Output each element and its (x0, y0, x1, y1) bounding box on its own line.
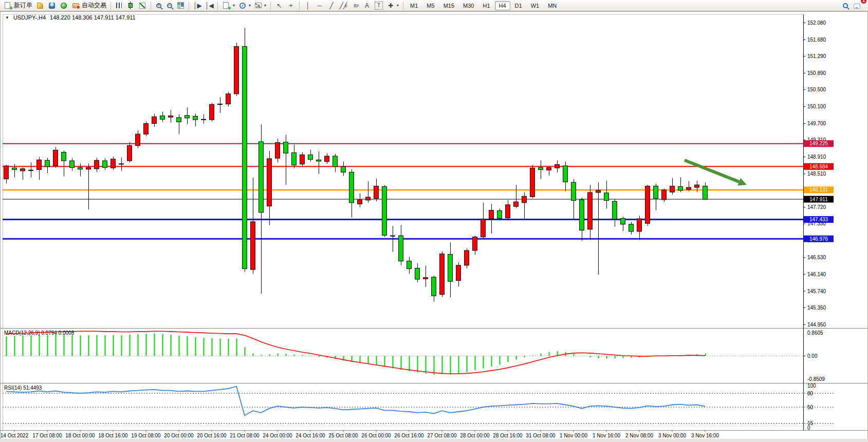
time-label: 18 Oct 00:00 (65, 433, 95, 438)
tile-windows-button[interactable] (175, 1, 186, 11)
svg-text:144.950: 144.950 (807, 322, 826, 328)
time-label: 3 Nov 16:00 (691, 433, 719, 438)
candle-body (415, 268, 420, 279)
candle-body (86, 167, 91, 169)
candle-body (695, 185, 699, 187)
candle-body (440, 254, 445, 295)
indicators-button[interactable]: ▾ (253, 1, 268, 11)
zoom-in-icon (156, 3, 161, 8)
globe-signal-icon (61, 3, 67, 9)
triangle-down-icon[interactable]: ▼ (5, 15, 9, 20)
new-order-button[interactable]: 新订单 (2, 1, 34, 11)
chevron-down-icon: ▾ (397, 3, 399, 8)
chart-shift-button[interactable]: │◀ (204, 1, 215, 11)
signals-button[interactable] (58, 1, 69, 11)
periods-button[interactable]: ▾ (237, 1, 252, 11)
candle-body (193, 117, 198, 120)
candle-body (374, 186, 379, 199)
timeframe-m1-button[interactable]: M1 (406, 1, 422, 10)
candle-body (580, 200, 584, 230)
timeframe-m30-button[interactable]: M30 (459, 1, 478, 10)
time-label: 27 Oct 08:00 (427, 433, 457, 438)
time-label: 14 Oct 2022 (1, 433, 29, 438)
metaeditor-button[interactable] (34, 1, 46, 11)
candle-body (670, 186, 675, 193)
candle-body (21, 169, 25, 171)
auto-scroll-icon: │▶ (193, 2, 201, 10)
fibonacci-button[interactable]: ≡ (349, 1, 361, 11)
svg-text:147.720: 147.720 (807, 204, 826, 210)
channel-icon: ╱╱ (339, 2, 347, 10)
candle-body (103, 161, 107, 167)
timeframe-w1-button[interactable]: W1 (527, 1, 544, 10)
autotrading-button[interactable]: 自动交易 (70, 1, 108, 11)
text-button[interactable]: A (361, 1, 373, 11)
chart-shift-icon: │◀ (205, 2, 213, 10)
candle-body (423, 278, 428, 279)
timeframe-h1-button[interactable]: H1 (478, 1, 494, 10)
candle-body (604, 193, 609, 201)
time-label: 1 Nov 00:00 (560, 433, 587, 438)
timeframe-mn-button[interactable]: MN (544, 1, 561, 10)
candle-body (571, 182, 576, 200)
candle-body (481, 219, 486, 237)
svg-text:148.510: 148.510 (807, 171, 826, 177)
horizontal-line-icon: ─ (316, 2, 324, 10)
time-label: 17 Oct 08:00 (32, 433, 62, 438)
line-chart-button[interactable] (137, 1, 148, 11)
svg-text:145.350: 145.350 (807, 305, 826, 311)
timeframe-d1-button[interactable]: D1 (511, 1, 526, 10)
bar-chart-button[interactable] (114, 1, 124, 11)
cursor-button[interactable]: ↖ (273, 1, 285, 11)
time-label: 20 Oct 00:00 (164, 433, 194, 438)
candlestick-chart-button[interactable] (125, 1, 136, 11)
search-button[interactable] (840, 1, 851, 11)
crosshair-button[interactable]: + (285, 1, 297, 11)
timeframe-m5-button[interactable]: M5 (422, 1, 438, 10)
chart-ohlc-values: 148.220 148.306 147.911 147.911 (50, 14, 136, 21)
toolbar-separator (110, 2, 111, 10)
candle-body (325, 156, 329, 162)
toolbar-separator (151, 2, 151, 10)
candle-body (687, 187, 691, 189)
equidistant-channel-button[interactable]: ╱╱ (338, 1, 349, 11)
candle-body (621, 218, 625, 224)
horizontal-line-button[interactable]: ─ (314, 1, 325, 11)
trendline-button[interactable]: ╱ (326, 1, 337, 11)
clock-icon (239, 3, 246, 9)
zoom-out-button[interactable] (164, 1, 175, 11)
auto-scroll-button[interactable]: │▶ (192, 1, 203, 11)
text-icon: A (363, 2, 371, 10)
notifications-button[interactable]: 1 (851, 1, 863, 11)
candle-body (514, 202, 519, 206)
candle-body (218, 104, 223, 105)
new-chart-button[interactable]: ▾ (220, 1, 236, 11)
svg-text:50: 50 (807, 405, 814, 410)
candle-body (358, 200, 362, 204)
timeframe-m15-button[interactable]: M15 (439, 1, 458, 10)
arrow-tools-button[interactable]: ✚▾ (385, 1, 400, 11)
indicators-icon (255, 3, 262, 8)
svg-text:151.680: 151.680 (807, 37, 826, 43)
svg-text:-0.8509: -0.8509 (807, 376, 825, 382)
candle-body (473, 237, 477, 251)
candle-body (456, 265, 461, 281)
candle-body (678, 186, 683, 190)
market-watch-button[interactable] (46, 1, 58, 11)
svg-text:149.225: 149.225 (809, 141, 828, 146)
time-label: 28 Oct 16:00 (493, 433, 523, 438)
timeframe-h4-button[interactable]: H4 (495, 1, 510, 10)
svg-text:0.8605: 0.8605 (807, 330, 823, 336)
candle-body (588, 193, 593, 229)
time-label: 18 Oct 16:00 (98, 433, 128, 438)
zoom-in-button[interactable] (154, 1, 164, 11)
vertical-line-button[interactable]: │ (302, 1, 313, 11)
svg-text:146.976: 146.976 (809, 236, 828, 242)
candle-body (300, 155, 305, 164)
candle-body (78, 167, 83, 169)
candle-body (522, 196, 527, 202)
new-order-label: 新订单 (14, 1, 32, 10)
candle-body (654, 186, 658, 199)
zoom-out-icon (167, 3, 172, 8)
text-label-button[interactable]: T (373, 1, 384, 11)
